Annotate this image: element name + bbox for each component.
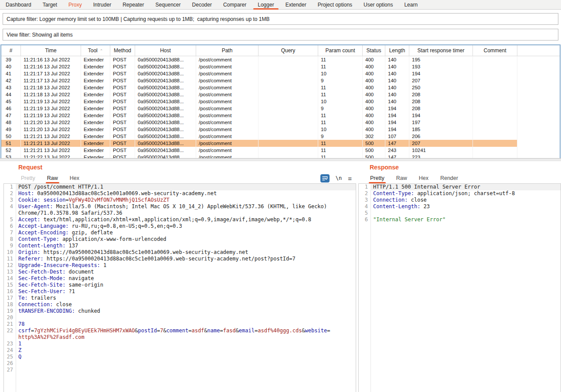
table-row-52[interactable]: 5211:21:21 13 Jul 2022ExtenderPOST0a9500…	[1, 147, 560, 154]
cell-num: 40	[1, 63, 21, 70]
cell-method: POST	[110, 84, 135, 91]
word-wrap-button[interactable]	[320, 174, 330, 182]
menu-tab-extender[interactable]: Extender	[280, 0, 312, 9]
line-number: 12	[4, 262, 16, 269]
code-line-text	[18, 367, 331, 373]
cell-status: 400	[363, 63, 385, 70]
table-row-48[interactable]: 4811:21:20 13 Jul 2022ExtenderPOST0a9500…	[1, 119, 560, 126]
capture-filter-bar[interactable]: Capture filter: Logger memory limit set …	[3, 13, 558, 25]
code-line: 27	[4, 367, 356, 373]
col-header-length[interactable]: Length	[385, 45, 409, 56]
col-header-time[interactable]: Time	[21, 45, 81, 56]
table-row-47[interactable]: 4711:21:19 13 Jul 2022ExtenderPOST0a9500…	[1, 112, 560, 119]
cell-method: POST	[110, 147, 135, 154]
line-number: 8	[4, 236, 16, 243]
request-tab-pretty[interactable]: Pretty	[21, 173, 35, 183]
table-row-45[interactable]: 4511:21:19 13 Jul 2022ExtenderPOST0a9500…	[1, 98, 560, 105]
cell-time: 11:21:21 13 Jul 2022	[21, 147, 81, 154]
cell-comment	[473, 105, 517, 112]
view-filter-bar[interactable]: View filter: Showing all items	[3, 29, 558, 41]
cell-path: /post/comment	[196, 105, 258, 112]
newline-toggle[interactable]: \n	[336, 175, 342, 181]
response-title: Response	[358, 161, 561, 173]
table-row-42[interactable]: 4211:21:17 13 Jul 2022ExtenderPOST0a9500…	[1, 77, 560, 84]
table-row-51[interactable]: 5111:21:21 13 Jul 2022ExtenderPOST0a9500…	[1, 140, 560, 147]
cell-comment	[473, 119, 517, 126]
cell-query	[258, 133, 318, 140]
cell-filler	[517, 70, 560, 77]
response-tab-hex[interactable]: Hex	[419, 173, 428, 183]
request-tab-raw[interactable]: Raw	[47, 173, 58, 183]
col-header-label: Path	[222, 47, 233, 54]
code-line: 1POST /post/comment HTTP/1.1	[4, 184, 356, 190]
menu-tab-learn[interactable]: Learn	[398, 0, 423, 9]
line-number: 20	[4, 314, 16, 321]
menu-tab-intruder[interactable]: Intruder	[88, 0, 117, 9]
cell-host: 0a9500020413d88...	[135, 63, 196, 70]
editor-menu-icon[interactable]: ≡	[348, 175, 352, 182]
response-tab-pretty[interactable]: Pretty	[370, 173, 384, 183]
menu-tab-comparer[interactable]: Comparer	[218, 0, 252, 9]
menu-tab-repeater[interactable]: Repeater	[117, 0, 150, 9]
table-row-43[interactable]: 4311:21:18 13 Jul 2022ExtenderPOST0a9500…	[1, 84, 560, 91]
cell-num: 42	[1, 77, 21, 84]
cell-length: 107	[385, 133, 409, 140]
cell-status: 400	[363, 84, 385, 91]
cell-start-response-timer: 250	[409, 84, 473, 91]
request-editor[interactable]: 1POST /post/comment HTTP/1.12Host: 0a950…	[3, 183, 356, 392]
cell-path: /post/comment	[196, 112, 258, 119]
cell-filler	[517, 147, 560, 154]
col-header-status[interactable]: Status	[363, 45, 385, 56]
cell-host: 0a9500020413d88...	[135, 70, 196, 77]
table-row-44[interactable]: 4411:21:18 13 Jul 2022ExtenderPOST0a9500…	[1, 91, 560, 98]
col-header-method[interactable]: Method	[110, 45, 135, 56]
col-header-param-count[interactable]: Param count	[318, 45, 363, 56]
response-tab-render[interactable]: Render	[440, 173, 458, 183]
menu-tab-project-options[interactable]: Project options	[312, 0, 358, 9]
cell-status: 400	[363, 77, 385, 84]
table-row-41[interactable]: 4111:21:17 13 Jul 2022ExtenderPOST0a9500…	[1, 70, 560, 77]
cell-param-count: 9	[318, 105, 363, 112]
col-header-query[interactable]: Query	[258, 45, 318, 56]
line-number: 3	[4, 197, 16, 203]
menu-tab-dashboard[interactable]: Dashboard	[0, 0, 37, 9]
col-header-num[interactable]: #	[1, 45, 21, 56]
table-row-40[interactable]: 4011:21:16 13 Jul 2022ExtenderPOST0a9500…	[1, 63, 560, 70]
table-row-49[interactable]: 4911:21:20 13 Jul 2022ExtenderPOST0a9500…	[1, 126, 560, 133]
response-tab-raw[interactable]: Raw	[396, 173, 407, 183]
code-line: 22csrf=7gYzhMCiFvi4gBEyUEEk7HmHSHM7xWAO&…	[4, 328, 356, 341]
menu-tab-user-options[interactable]: User options	[358, 0, 398, 9]
cell-param-count: 11	[318, 56, 363, 63]
col-header-start-response-timer[interactable]: Start response timer	[409, 45, 473, 56]
cell-tool: Extender	[81, 140, 110, 147]
menu-tab-logger[interactable]: Logger	[252, 0, 279, 9]
menu-tab-proxy[interactable]: Proxy	[63, 0, 88, 9]
col-header-comment[interactable]: Comment	[473, 45, 517, 56]
cell-host: 0a9500020413d88...	[135, 91, 196, 98]
cell-num: 44	[1, 91, 21, 98]
menu-bar: DashboardTargetProxyIntruderRepeaterSequ…	[0, 0, 561, 10]
request-tab-hex[interactable]: Hex	[70, 173, 79, 183]
request-tabs: PrettyRawHex \n ≡	[3, 173, 356, 183]
table-row-50[interactable]: 5011:21:21 13 Jul 2022ExtenderPOST0a9500…	[1, 133, 560, 140]
col-header-tool[interactable]: Tool⌃	[81, 45, 110, 56]
response-editor[interactable]: 1HTTP/1.1 500 Internal Server Error2Cont…	[358, 183, 561, 392]
cell-query	[258, 63, 318, 70]
table-row-46[interactable]: 4611:21:19 13 Jul 2022ExtenderPOST0a9500…	[1, 105, 560, 112]
cell-filler	[517, 119, 560, 126]
code-line: 11Referer: https://0a9500020413d88ac08c5…	[4, 256, 356, 262]
cell-status: 400	[363, 91, 385, 98]
col-header-path[interactable]: Path	[196, 45, 258, 56]
cell-host: 0a9500020413d88...	[135, 140, 196, 147]
cell-length: 140	[385, 98, 409, 105]
menu-tab-sequencer[interactable]: Sequencer	[150, 0, 187, 9]
cell-length: 243	[385, 147, 409, 154]
table-row-39[interactable]: 3911:21:16 13 Jul 2022ExtenderPOST0a9500…	[1, 56, 560, 63]
col-header-host[interactable]: Host	[135, 45, 196, 56]
col-header-label: Comment	[483, 47, 506, 54]
col-header-label: Tool	[88, 47, 98, 54]
menu-tab-target[interactable]: Target	[37, 0, 63, 9]
code-line-text: Connection: close	[18, 301, 331, 308]
menu-tab-decoder[interactable]: Decoder	[187, 0, 218, 9]
code-line-text: 1	[18, 341, 331, 347]
